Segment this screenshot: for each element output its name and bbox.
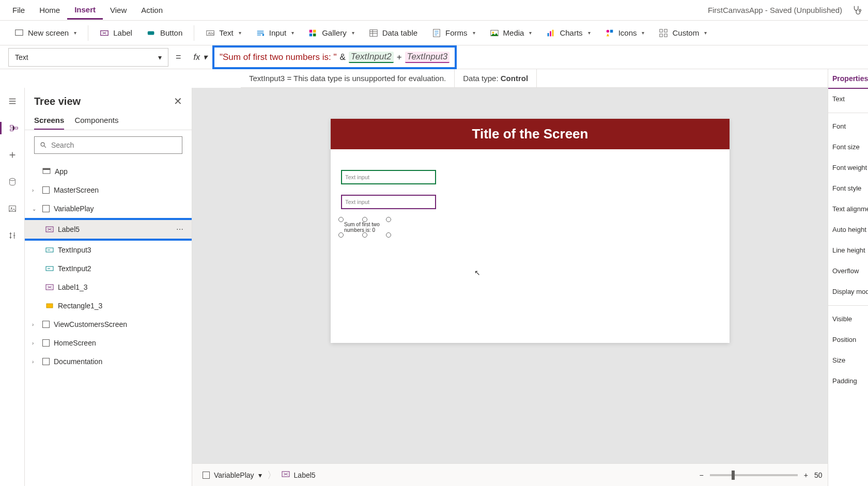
textinput-icon: [45, 264, 54, 273]
svg-rect-1: [16, 29, 23, 35]
prop-overflow[interactable]: Overflow: [828, 261, 868, 281]
prop-visible[interactable]: Visible: [828, 309, 868, 330]
prop-text[interactable]: Text: [828, 89, 868, 109]
custom-button[interactable]: Custom▾: [653, 25, 713, 41]
resize-handle[interactable]: [386, 217, 391, 222]
app-checker-icon[interactable]: [851, 5, 863, 16]
menu-view[interactable]: View: [103, 2, 134, 19]
screen-icon: [42, 339, 50, 347]
expand-icon[interactable]: ›: [32, 359, 38, 365]
data-table-button[interactable]: Data table: [363, 25, 424, 41]
canvas[interactable]: Title of the Screen Text input Text inpu…: [331, 119, 730, 343]
media-rail-icon[interactable]: [6, 202, 19, 215]
properties-tab[interactable]: Properties: [828, 69, 868, 89]
prop-auto-height[interactable]: Auto height: [828, 220, 868, 240]
prop-font-weight[interactable]: Font weight: [828, 158, 868, 178]
tree-item-masterscreen[interactable]: › MasterScreen: [25, 181, 192, 199]
forms-button[interactable]: Forms▾: [426, 25, 482, 41]
prop-padding[interactable]: Padding: [828, 371, 868, 391]
data-icon[interactable]: [6, 176, 19, 188]
resize-handle[interactable]: [338, 217, 344, 222]
tree-view-panel: Tree view ✕ Screens Components App › Mas…: [25, 88, 192, 486]
resize-handle[interactable]: [362, 232, 367, 238]
zoom-slider-thumb[interactable]: [732, 471, 735, 480]
zoom-slider[interactable]: [710, 474, 798, 476]
button-button[interactable]: Button: [141, 25, 189, 41]
breadcrumb-control[interactable]: Label5: [282, 470, 316, 480]
tree-item-label5[interactable]: Label5 ⋯: [25, 220, 192, 239]
tree-item-label: TextInput2: [58, 264, 91, 273]
input-button[interactable]: Input▾: [250, 25, 300, 41]
gallery-button[interactable]: Gallery▾: [302, 25, 361, 41]
prop-size[interactable]: Size: [828, 350, 868, 371]
more-icon[interactable]: ⋯: [176, 225, 184, 233]
expand-icon[interactable]: ›: [32, 187, 38, 193]
tree-item-textinput2[interactable]: TextInput2: [25, 259, 192, 278]
zoom-out-button[interactable]: −: [700, 471, 704, 479]
label-button[interactable]: Label: [94, 25, 138, 41]
property-selector[interactable]: Text ▾: [8, 48, 168, 67]
screen-icon: [42, 358, 50, 365]
prop-position[interactable]: Position: [828, 330, 868, 350]
prop-font[interactable]: Font: [828, 116, 868, 137]
prop-font-style[interactable]: Font style: [828, 178, 868, 199]
breadcrumb-screen[interactable]: VariablePlay ▾: [203, 471, 262, 479]
resize-handle[interactable]: [386, 232, 391, 238]
svg-rect-9: [309, 33, 312, 36]
tree-item-documentation[interactable]: › Documentation: [25, 352, 192, 371]
media-button[interactable]: Media▾: [484, 25, 538, 41]
zoom-value: 50: [814, 471, 823, 479]
tree-item-textinput3[interactable]: TextInput3: [25, 241, 192, 259]
new-screen-button[interactable]: New screen▾: [8, 25, 83, 41]
prop-text-align[interactable]: Text alignment: [828, 199, 868, 220]
prop-display-mode[interactable]: Display mode: [828, 281, 868, 302]
svg-point-6: [262, 34, 264, 36]
tree-item-rectangle1-3[interactable]: Rectangle1_3: [25, 296, 192, 315]
insert-icon[interactable]: [6, 149, 19, 161]
canvas-textinput3[interactable]: Text input: [341, 195, 436, 209]
tree-item-label1-3[interactable]: Label1_3: [25, 278, 192, 296]
menu-action[interactable]: Action: [134, 2, 170, 19]
tab-screens[interactable]: Screens: [34, 112, 64, 130]
close-icon[interactable]: ✕: [174, 95, 182, 107]
svg-rect-7: [309, 29, 312, 32]
tab-components[interactable]: Components: [74, 112, 118, 130]
resize-handle[interactable]: [362, 217, 367, 222]
expand-icon[interactable]: ›: [32, 322, 38, 327]
menu-insert[interactable]: Insert: [67, 1, 103, 20]
prop-font-size[interactable]: Font size: [828, 137, 868, 158]
resize-handle[interactable]: [338, 232, 344, 238]
tree-title: Tree view: [34, 96, 81, 107]
separator: [88, 25, 88, 41]
collapse-icon[interactable]: ⌄: [32, 206, 38, 212]
tree-item-homescreen[interactable]: › HomeScreen: [25, 334, 192, 352]
ribbon: New screen▾ Label Button Abc Text▾ Input…: [0, 21, 868, 45]
canvas-label5-selected[interactable]: Sum of first two numbers is: 0: [341, 220, 389, 235]
chevron-down-icon: ▾: [158, 53, 162, 61]
icons-button[interactable]: Icons▾: [599, 25, 651, 41]
zoom-in-button[interactable]: +: [804, 471, 808, 479]
tree-item-app[interactable]: App: [25, 162, 192, 181]
canvas-textinput2[interactable]: Text input: [341, 170, 436, 184]
menu-file[interactable]: File: [5, 2, 32, 19]
expand-icon[interactable]: ›: [32, 340, 38, 346]
formula-plus: +: [397, 52, 402, 62]
charts-button[interactable]: Charts▾: [540, 25, 596, 41]
tree-item-viewcustomers[interactable]: › ViewCustomersScreen: [25, 315, 192, 334]
tree-item-label: Label1_3: [58, 283, 88, 291]
advanced-tools-icon[interactable]: [6, 229, 19, 242]
menu-home[interactable]: Home: [32, 2, 67, 19]
formula-input[interactable]: "Sum of first two numbers is: " & TextIn…: [212, 45, 457, 69]
app-icon: [42, 167, 51, 176]
tree-item-variableplay[interactable]: ⌄ VariablePlay: [25, 199, 192, 218]
hamburger-icon[interactable]: [6, 95, 19, 107]
text-button[interactable]: Abc Text▾: [199, 25, 247, 41]
tree-search-input[interactable]: [51, 141, 177, 149]
prop-line-height[interactable]: Line height: [828, 240, 868, 261]
tree-view-icon[interactable]: [0, 122, 25, 134]
data-table-label: Data table: [382, 28, 417, 37]
formula-token-textinput3: TextInput3: [405, 52, 450, 63]
fx-button[interactable]: fx ▾: [189, 52, 212, 62]
svg-point-30: [41, 143, 44, 146]
tree-search[interactable]: [34, 136, 182, 154]
